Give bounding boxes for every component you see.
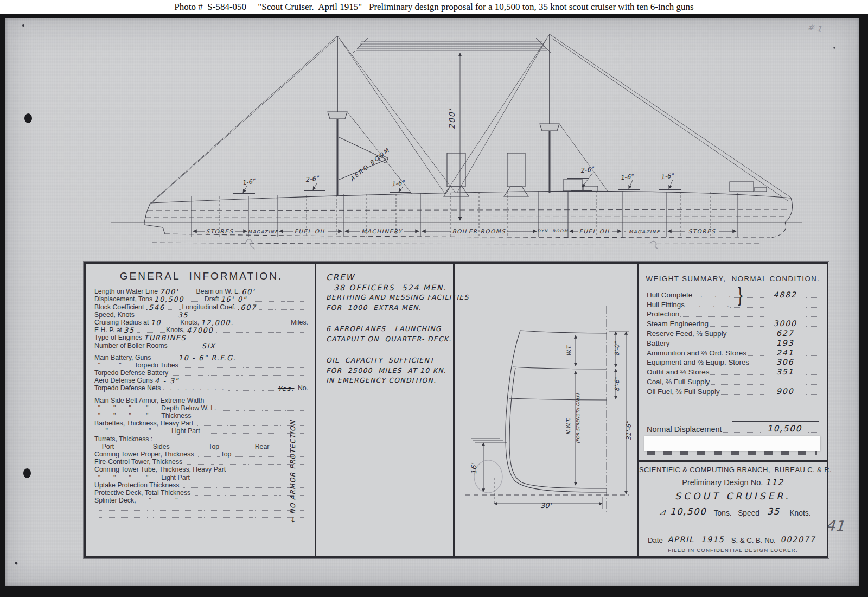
row-label: Cruising Radius at (94, 319, 149, 326)
stern-profile (785, 198, 792, 223)
crew-note-line: BERTHING AND MESSING FACILITIES (326, 293, 448, 303)
general-info-row: Aero Defense Guns 4 - 3" (94, 377, 308, 384)
general-information-title: GENERAL INFORMATION. (94, 270, 308, 282)
weight-summary-title: WEIGHT SUMMARY, NORMAL CONDITION. (639, 275, 827, 283)
general-info-row: " " " " Thickness (94, 412, 308, 420)
weight-label: Oil Fuel, ⅔ Full Supply (647, 388, 720, 396)
row-value: 35 (122, 327, 136, 334)
general-info-row (94, 512, 308, 519)
row-label: Block Coefficient (94, 304, 144, 311)
bow-stem (144, 203, 165, 234)
crew-note-line: 38 OFFICERS 524 MEN. (326, 283, 448, 293)
upper-deck-line (520, 331, 607, 333)
row-label: Port (94, 443, 114, 450)
date-line: Date APRIL 1915 S. & C. B. No. 002077 (648, 535, 819, 544)
weight-summary-panel: WEIGHT SUMMARY, NORMAL CONDITION. Hull C… (639, 264, 827, 556)
row-label: Uptake Protection Thickness (94, 482, 179, 489)
weight-row: Outfit and ⅔ Stores 351 (647, 366, 819, 376)
compartment-magazine-aft: MAGAZINE (629, 229, 660, 234)
general-info-row: Conning Tower Proper, Thickness Top (94, 450, 308, 458)
row-value-2: 47000 (185, 327, 215, 334)
gun-label-1: 1-6" (241, 177, 257, 187)
punch-hole-bottom (23, 468, 31, 478)
general-info-row: " " Light Part (94, 427, 308, 435)
crew-note-line: CREW (326, 272, 448, 283)
general-info-row: " " " " Light Part (94, 473, 308, 481)
draft-label: 16' (470, 463, 478, 475)
weight-value: 3000 (765, 319, 805, 328)
weight-value: 193 (765, 339, 805, 347)
row-value-2: .607 (236, 304, 258, 311)
gun-label-2: 2-6" (305, 174, 320, 183)
compartment-boiler-rooms: BOILER ROOMS (452, 228, 506, 234)
antenna-wires (353, 38, 551, 53)
general-info-row: " " " " Depth Below W. L. (94, 404, 308, 412)
crew-note-line: IN EMERGENCY CONDITION. (326, 376, 448, 386)
row-label-2: Beam on W. L. (196, 288, 240, 295)
row-label: Fire-Control Tower, Thickness (94, 459, 182, 466)
displacement-symbol: ⊿ (655, 507, 666, 517)
general-info-row: Port Sides Top Rear (94, 443, 308, 450)
weight-value: 627 (765, 329, 805, 338)
crew-note-line: 6 AEROPLANES - LAUNCHING (326, 324, 448, 334)
filed-note: FILED IN CONFIDENTIAL DESIGN LOCKER. (639, 547, 827, 553)
row-label-4: Rear (255, 443, 270, 450)
data-panel: GENERAL INFORMATION. Length on Water Lin… (84, 262, 828, 558)
mast-height-label: 200' (448, 108, 456, 129)
compartment-machinery: MACHINERY (361, 228, 403, 234)
general-info-row: Protective Deck, Total Thickness (94, 489, 308, 497)
weight-label: Hull Complete . . . (647, 291, 731, 299)
row-label: Splinter Deck, " " (94, 497, 178, 504)
wt-label: W.T. (566, 345, 572, 356)
general-info-row (94, 504, 308, 512)
weight-label: Hull Fittings . . . (647, 301, 729, 309)
row-label: " " " " Thickness (94, 412, 192, 420)
general-info-row: " " Torpedo Tubes (94, 361, 308, 369)
upper-depth-label: 8'-0" (614, 341, 621, 356)
gun-label-6: 1-6" (660, 172, 675, 181)
general-info-row (94, 519, 308, 526)
general-info-row: Cruising Radius at 10 Knots, 12,000. Mi (94, 319, 308, 326)
compartment-magazine-fwd: MAGAZINE (248, 229, 278, 234)
mid-depth-label: 8'-6" (614, 376, 621, 391)
general-information-panel: GENERAL INFORMATION. Length on Water Lin… (86, 264, 316, 556)
row-label-2: Top (221, 451, 232, 458)
weight-value: 241 (765, 348, 805, 357)
weight-label: Outfit and ⅔ Stores (647, 368, 709, 376)
general-info-row: Type of Engines TURBINES (94, 334, 308, 341)
row-value: 700' (158, 288, 180, 295)
weight-row: Oil Fuel, ⅔ Full Supply 900 (647, 386, 819, 396)
general-info-row: Uptake Protection Thickness (94, 481, 308, 489)
row-label: Main Battery, Guns (94, 354, 151, 361)
gun-label-4: 2-6" (580, 165, 595, 174)
general-info-row: Main Side Belt Armor, Extreme Width (94, 396, 308, 404)
general-info-row: Torpedo Defense Nets . . . . . . . . . (94, 384, 308, 392)
row-value-2: 35 (176, 312, 190, 319)
row-value-2: 12,000. (199, 319, 235, 326)
weight-label: Reserve Feed, ⅔ Supply (647, 329, 726, 338)
row-value-2: SIX (200, 342, 218, 350)
row-label: " " Light Part (94, 428, 200, 435)
weight-row: Protection (647, 309, 819, 319)
mainmast-top (540, 124, 559, 131)
crew-note-line: CATAPULT ON QUARTER- DECK. (326, 334, 448, 345)
row-label: Barbettes, Thickness, Heavy Part (94, 420, 193, 427)
row-value-2: 16'-0" (219, 296, 248, 303)
row-label-2: Longitudinal Coef. (182, 304, 235, 311)
crew-note-line: FOR 25000 MILES AT 10 KN. (326, 366, 448, 376)
weight-value: 351 (765, 367, 805, 376)
row-struck-value: Yes. (276, 385, 296, 392)
redaction-bar (644, 436, 820, 451)
general-info-row: Barbettes, Thickness, Heavy Part (94, 420, 308, 427)
row-tail-label: Miles. (291, 319, 308, 326)
row-label-2: Knots, (166, 327, 185, 334)
crew-note-line: FOR 1000 EXTRA MEN. (326, 303, 448, 313)
displacement-speed-line: ⊿ 10,500 Tons. Speed 35 Knots. (647, 506, 819, 517)
design-number: 112 (765, 478, 783, 487)
weight-label: Coal, ⅔ Full Supply (647, 378, 710, 386)
row-label: Turrets, Thickness : (94, 436, 152, 443)
row-value: 4 - 3" (153, 377, 181, 384)
general-info-row (94, 350, 308, 354)
general-info-row: Turrets, Thickness : (94, 435, 308, 442)
pencil-smudge (474, 460, 502, 493)
